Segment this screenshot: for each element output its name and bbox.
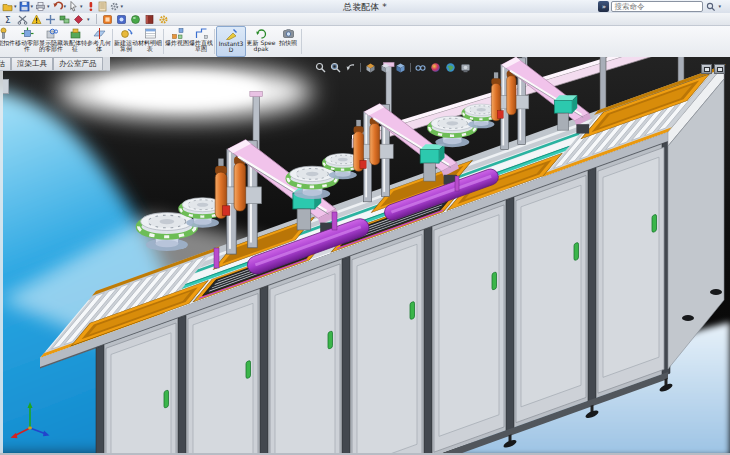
- move-component-icon: [21, 27, 34, 40]
- interference-warning-icon[interactable]: [31, 14, 42, 25]
- sigma-equations-icon[interactable]: Σ: [3, 14, 14, 25]
- tab-office-products[interactable]: 办公室产品: [53, 57, 103, 70]
- edit-appearance-ball-icon[interactable]: [430, 62, 441, 73]
- update-speedpak-icon: [255, 27, 268, 40]
- svg-text:Σ: Σ: [5, 15, 11, 25]
- title-bar: ▾ ▾ ▾ ▾ ▾ ▾ 总装配体 * »: [0, 0, 730, 14]
- move-component-button[interactable]: 移动零部件: [15, 26, 39, 57]
- take-snapshot-icon: [282, 27, 295, 40]
- options-dropdown[interactable]: ▾: [121, 4, 124, 9]
- save-dropdown[interactable]: ▾: [31, 4, 34, 9]
- align-cross-icon[interactable]: [45, 14, 56, 25]
- exploded-view-button[interactable]: 爆炸视图: [165, 26, 189, 57]
- save-icon[interactable]: [19, 1, 30, 12]
- blue-tile-icon[interactable]: [116, 14, 127, 25]
- explode-line-sketch-icon: [195, 27, 208, 40]
- update-speedpak-button[interactable]: 更新 Speedpak: [246, 26, 276, 57]
- new-motion-study-icon: [120, 27, 133, 40]
- commandmanager-tabs: 评估 渲染工具 办公室产品: [0, 57, 110, 71]
- take-snapshot-button[interactable]: 拍快照: [276, 26, 300, 57]
- section-view-icon[interactable]: [365, 62, 376, 73]
- ribbon-separator: [301, 29, 302, 54]
- show-hidden-components-button[interactable]: 显示隐藏的零部件: [39, 26, 63, 57]
- zoom-to-area-icon[interactable]: [330, 62, 341, 73]
- smart-fasteners-button[interactable]: 智能扣件: [0, 26, 15, 57]
- search-dropdown[interactable]: ▾: [718, 4, 721, 9]
- print-icon[interactable]: [35, 1, 46, 12]
- instant3d-button[interactable]: Instant3D: [216, 26, 246, 57]
- exploded-view-icon: [171, 27, 184, 40]
- bill-of-materials-button[interactable]: 材料明细表: [138, 26, 162, 57]
- search-input[interactable]: [611, 1, 703, 12]
- publish-share-icon[interactable]: [59, 14, 70, 25]
- ribbon-separator: [214, 29, 215, 54]
- command-search: » ▾: [598, 1, 722, 12]
- red-gem-dropdown[interactable]: ▾: [87, 17, 90, 22]
- smart-fasteners-icon: [0, 27, 10, 40]
- graphics-viewport[interactable]: [0, 57, 730, 455]
- search-scope-icon[interactable]: »: [598, 1, 609, 12]
- toolbar-separator: [96, 14, 97, 24]
- minimize-document-button[interactable]: [701, 64, 712, 74]
- gold-gear-icon[interactable]: [158, 14, 169, 25]
- print-dropdown[interactable]: ▾: [47, 4, 50, 9]
- undo-dropdown[interactable]: ▾: [64, 4, 67, 9]
- heads-up-view-toolbar: [315, 62, 471, 73]
- select-dropdown[interactable]: ▾: [80, 4, 83, 9]
- previous-view-icon[interactable]: [345, 62, 356, 73]
- rebuild-icon[interactable]: [85, 1, 96, 12]
- ribbon-clip: 智能扣件: [0, 26, 15, 57]
- feature-manager-flyout-tab[interactable]: [3, 79, 9, 94]
- spotlight-core: [98, 73, 262, 107]
- hud-separator: [360, 63, 361, 72]
- show-hidden-components-icon: [45, 27, 58, 40]
- view-orientation-cube-icon[interactable]: [380, 62, 391, 73]
- undo-icon[interactable]: [52, 1, 63, 12]
- view-settings-icon[interactable]: [460, 62, 471, 73]
- green-ball-icon[interactable]: [130, 14, 141, 25]
- feature-manager-collapsed-strip[interactable]: [0, 57, 3, 455]
- file-properties-icon[interactable]: [97, 1, 108, 12]
- new-motion-study-button[interactable]: 新建运动算例: [114, 26, 138, 57]
- addin-toolbar: Σ ▾: [0, 13, 730, 26]
- measure-scissors-icon[interactable]: [17, 14, 28, 25]
- tab-render-tools[interactable]: 渲染工具: [11, 57, 53, 70]
- explode-line-sketch-button[interactable]: 爆炸直线草图: [189, 26, 213, 57]
- restore-document-button[interactable]: [714, 64, 725, 74]
- ribbon-separator: [163, 29, 164, 54]
- bill-of-materials-icon: [144, 27, 157, 40]
- zoom-to-fit-icon[interactable]: [315, 62, 326, 73]
- solidworks-window: ▾ ▾ ▾ ▾ ▾ ▾ 总装配体 * »: [0, 0, 730, 455]
- command-manager: 智能扣件 移动零部件 显示隐藏的零部件 装配体特征 参考几何体: [0, 26, 730, 58]
- search-magnifier-icon[interactable]: [705, 1, 716, 12]
- 3d-scene: [0, 57, 730, 455]
- assembly-features-button[interactable]: 装配体特征: [63, 26, 87, 57]
- options-icon[interactable]: [109, 1, 120, 12]
- open-folder-icon[interactable]: [2, 1, 13, 12]
- display-style-icon[interactable]: [395, 62, 406, 73]
- dark-red-book-icon[interactable]: [144, 14, 155, 25]
- hide-show-items-icon[interactable]: [415, 62, 426, 73]
- quick-access-toolbar: ▾ ▾ ▾ ▾ ▾ ▾: [2, 0, 124, 13]
- instant3d-icon: [225, 28, 238, 41]
- reference-geometry-icon: [93, 27, 106, 40]
- orange-tile-icon[interactable]: [102, 14, 113, 25]
- document-window-buttons: [701, 64, 725, 74]
- hud-separator: [410, 63, 411, 72]
- apply-scene-globe-icon[interactable]: [445, 62, 456, 73]
- reference-geometry-button[interactable]: 参考几何体: [87, 26, 111, 57]
- tab-evaluate[interactable]: 评估: [0, 57, 11, 70]
- ribbon-separator: [112, 29, 113, 54]
- red-gem-icon[interactable]: [73, 14, 84, 25]
- open-dropdown[interactable]: ▾: [14, 4, 17, 9]
- assembly-features-icon: [69, 27, 82, 40]
- select-cursor-icon[interactable]: [68, 1, 79, 12]
